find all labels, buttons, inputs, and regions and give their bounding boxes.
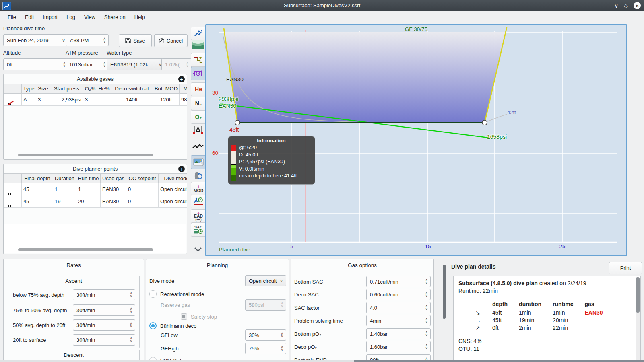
dc-ceiling-icon[interactable] xyxy=(191,53,206,67)
cancel-button[interactable]: Cancel xyxy=(154,34,188,47)
menu-log[interactable]: Log xyxy=(62,12,80,23)
menu-file[interactable]: File xyxy=(3,12,21,23)
points-col-dive-mode[interactable]: Dive mode xyxy=(159,174,188,183)
menu-view[interactable]: View xyxy=(80,12,100,23)
menu-share-on[interactable]: Share on xyxy=(100,12,130,23)
dive-mode-combobox[interactable]: Open circuit xyxy=(245,275,286,286)
waypoint-handle[interactable] xyxy=(235,120,240,125)
point-dive-mode[interactable]: Open circuit xyxy=(159,183,188,195)
point-final-depth[interactable]: 45 xyxy=(22,183,53,195)
spinner-buttons[interactable] xyxy=(424,292,429,297)
points-col-used-gas[interactable]: Used gas xyxy=(101,174,126,183)
spinner-buttons[interactable] xyxy=(424,331,429,337)
calculated-ceiling-icon[interactable] xyxy=(191,67,206,80)
point-cc-setpoint[interactable]: 0 xyxy=(126,195,159,208)
spinner-buttons[interactable] xyxy=(129,292,133,298)
menu-help[interactable]: Help xyxy=(130,12,150,23)
spinner-buttons[interactable] xyxy=(424,305,429,311)
point-final-depth[interactable]: 45 xyxy=(22,195,53,208)
tissues-icon[interactable] xyxy=(191,169,205,182)
sac-factor-spinbox[interactable]: 4.0 xyxy=(366,302,431,313)
altitude-spinbox[interactable]: 0ft xyxy=(3,58,68,70)
spinner-buttons[interactable] xyxy=(280,346,284,351)
point-dive-mode[interactable]: Open circuit xyxy=(159,195,188,208)
gases-col-o2[interactable]: O₂% xyxy=(83,84,97,94)
depth-gradient-icon[interactable] xyxy=(191,38,205,51)
deco-sac-spinbox[interactable]: 0.60cuft/min xyxy=(366,289,431,300)
menu-import[interactable]: Import xyxy=(38,12,62,23)
gas-type[interactable]: A... xyxy=(22,94,36,106)
points-horizontal-scrollbar[interactable] xyxy=(18,248,153,251)
spinner-buttons[interactable] xyxy=(129,307,133,313)
sac-icon[interactable]: SAC xyxy=(191,223,206,237)
points-col-duration[interactable]: Duration xyxy=(53,174,76,183)
bottom-sac-spinbox[interactable]: 0.71cuft/min xyxy=(366,276,431,287)
add-point-button[interactable] xyxy=(178,166,185,172)
spinner-buttons[interactable] xyxy=(424,279,429,284)
print-button[interactable]: Print xyxy=(609,262,642,274)
dive-plan-text[interactable]: Subsurface (4.8.5.0) dive plan created o… xyxy=(453,276,641,362)
water-type-combobox[interactable]: EN13319 (1.02k xyxy=(107,58,165,70)
scroll-down-icon[interactable] xyxy=(191,243,205,256)
point-run-time[interactable]: 20 xyxy=(76,195,101,208)
gases-col-start-press[interactable]: Start press xyxy=(50,84,83,94)
save-button[interactable]: Save xyxy=(119,34,152,47)
waypoint-handle[interactable] xyxy=(482,120,487,125)
gases-col-he[interactable]: He% xyxy=(97,84,111,94)
gases-col-bot-mod[interactable]: Bot. MOD xyxy=(153,84,180,94)
dive-time-spinbox[interactable]: 7:38 PM xyxy=(66,34,109,46)
problem-solving-time-spinbox[interactable]: 4min xyxy=(366,315,431,326)
point-used-gas[interactable]: EAN30 xyxy=(101,183,126,195)
he-graph-icon[interactable]: He xyxy=(191,82,206,96)
gas-start-press[interactable]: 2,938psi xyxy=(50,94,83,106)
deco-po2-spinbox[interactable]: 1.60bar xyxy=(366,341,431,352)
gas-o2[interactable]: 3... xyxy=(83,94,97,106)
gas-bot-mod[interactable]: 120ft xyxy=(153,94,180,106)
gas-deco-switch[interactable]: 140ft xyxy=(111,94,153,106)
ruler-icon[interactable] xyxy=(191,123,205,136)
menu-edit[interactable]: Edit xyxy=(21,12,38,23)
spinner-buttons[interactable] xyxy=(424,344,429,350)
photos-icon[interactable] xyxy=(191,155,206,169)
n2-graph-icon[interactable]: N₂ xyxy=(191,97,206,110)
spinner-buttons[interactable] xyxy=(102,37,107,43)
ndl-icon[interactable] xyxy=(191,195,206,208)
point-cc-setpoint[interactable]: 0 xyxy=(126,183,159,195)
gases-horizontal-scrollbar[interactable] xyxy=(18,154,153,156)
rate-spinbox[interactable]: 30ft/min xyxy=(73,289,135,300)
spinner-buttons[interactable] xyxy=(280,332,284,338)
minimize-icon[interactable]: ∨ xyxy=(614,3,618,9)
add-gas-button[interactable] xyxy=(178,76,185,82)
atm-pressure-spinbox[interactable]: 1013mbar xyxy=(66,58,109,70)
gas-he[interactable] xyxy=(97,94,111,106)
rate-spinbox[interactable]: 30ft/min xyxy=(73,334,135,346)
point-run-time[interactable]: 1 xyxy=(76,183,101,195)
gases-col-mnd[interactable]: MN xyxy=(180,84,188,94)
heartrate-icon[interactable] xyxy=(191,140,205,153)
gases-col-type[interactable]: Type xyxy=(22,84,36,94)
bottom-scrollbar[interactable] xyxy=(354,360,644,362)
bottom-po2-spinbox[interactable]: 1.40bar xyxy=(366,328,431,339)
spinner-buttons[interactable] xyxy=(102,62,107,67)
points-col-cc-setpoint[interactable]: CC setpoint xyxy=(126,174,159,183)
point-duration[interactable]: 19 xyxy=(53,195,76,208)
gases-col-deco-switch[interactable]: Deco switch at xyxy=(111,84,153,94)
spinner-buttons[interactable] xyxy=(129,322,133,328)
recreational-mode-radio[interactable] xyxy=(149,290,157,298)
point-duration[interactable]: 1 xyxy=(53,183,76,195)
gases-col-size[interactable]: Size xyxy=(36,84,50,94)
point-used-gas[interactable]: EAN30 xyxy=(101,195,126,208)
maximize-icon[interactable]: ◇ xyxy=(624,3,628,9)
dive-profile-chart[interactable]: GF 30/75 30 60 5 15 25 EAN30 2938psi EAN… xyxy=(205,24,627,256)
o2-graph-icon[interactable]: O₂ xyxy=(191,110,206,124)
buhlmann-deco-radio[interactable] xyxy=(149,322,157,329)
gfhigh-spinbox[interactable]: 75% xyxy=(245,343,286,354)
gflow-spinbox[interactable]: 30% xyxy=(245,329,286,341)
splitter-handle[interactable] xyxy=(443,265,446,319)
points-col-run-time[interactable]: Run time xyxy=(76,174,101,183)
gas-mnd[interactable]: 98f xyxy=(180,94,188,106)
spinner-buttons[interactable] xyxy=(424,318,429,323)
points-col-final-depth[interactable]: Final depth xyxy=(22,174,53,183)
spinner-buttons[interactable] xyxy=(129,337,133,343)
ead-icon[interactable]: + EAD (•••) xyxy=(191,209,206,223)
